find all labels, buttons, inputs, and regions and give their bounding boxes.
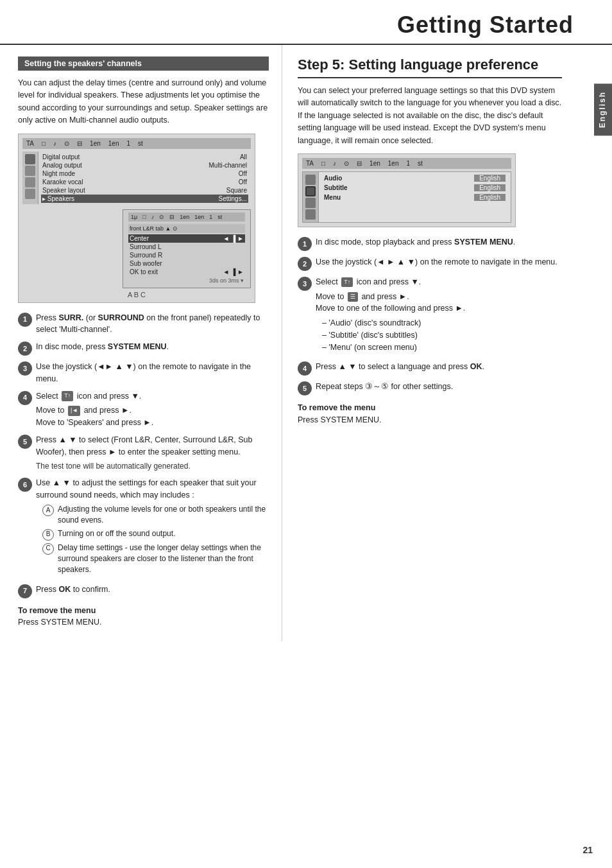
left-step-4: 4 Select T↑ icon and press ▼. Move to |◄… (18, 390, 269, 429)
page-title-bar: Getting Started (0, 0, 612, 45)
sub-top-label: front L&R tab ▲ ⊙ (128, 224, 245, 233)
right-step-3: 3 Select T↑ icon and press ▼. Move to ☰ … (298, 276, 562, 356)
val-1en-2: 1en (108, 140, 119, 147)
sub-item-a: A Adjusting the volume levels for one or… (42, 504, 269, 526)
left-steps-list: 1 Press SURR. (or SURROUND on the front … (18, 312, 269, 598)
language-tab: English (594, 83, 612, 135)
section-heading: Setting the speakers' channels (18, 56, 269, 71)
right-note: To remove the menu Press SYSTEM MENU. (298, 402, 562, 426)
icon-box: □ (42, 140, 46, 147)
left-step-7: 7 Press OK to confirm. (18, 584, 269, 598)
menu-left-icons (22, 152, 38, 204)
icon-grid: ⊟ (77, 140, 82, 147)
sub-menu-container: 1μ □ ♪ ⊙ ⊟ 1en 1en 1 st front L&R tab ▲ … (22, 207, 251, 288)
right-row-audio: Audio English (321, 173, 508, 183)
left-step-3: 3 Use the joystick (◄► ▲ ▼) on the remot… (18, 361, 269, 385)
left-column: Setting the speakers' channels You can a… (0, 45, 282, 641)
step5-title: Step 5: Setting language preference (298, 56, 562, 78)
right-note-title: To remove the menu (298, 402, 562, 414)
right-row-subtitle: Subtitle English (321, 183, 508, 193)
left-note-text: Press SYSTEM MENU. (18, 616, 269, 629)
menu-icon-right: ☰ (348, 292, 358, 302)
main-content: Setting the speakers' channels You can a… (0, 45, 612, 641)
right-left-icons (303, 172, 319, 222)
left-sub-items: A Adjusting the volume levels for one or… (42, 504, 269, 576)
left-note-title: To remove the menu (18, 605, 269, 617)
val-st: st (138, 140, 143, 147)
left-icon-2 (25, 166, 35, 176)
right-column: Step 5: Setting language preference You … (282, 45, 594, 641)
left-icon-3 (25, 177, 35, 187)
menu-rows: Digital output All Analog output Multi-c… (38, 152, 251, 204)
menu-top-bar: TA □ ♪ ⊙ ⊟ 1en 1en 1 st (22, 138, 251, 149)
menu-image-right: TA □ ♪ ⊙ ⊟ 1en 1en 1 st Au (298, 153, 516, 227)
menu-row-5-speakers: ▸ Speakers Settings... (41, 195, 248, 203)
right-icon-2-active (305, 186, 316, 196)
sub-bottom: 3ds on 3ms ▾ (128, 276, 245, 285)
menu-row-2: Night mode Off (41, 169, 248, 178)
right-step-5: 5 Repeat steps ③～⑤ for other settings. (298, 381, 562, 395)
menu-image-left: TA □ ♪ ⊙ ⊟ 1en 1en 1 st (18, 134, 255, 303)
left-step-5: 5 Press ▲ ▼ to select (Front L&R, Center… (18, 434, 269, 473)
left-icon-1 (25, 154, 35, 164)
right-icon-1 (305, 175, 316, 185)
left-step-6: 6 Use ▲ ▼ to adjust the settings for eac… (18, 477, 269, 578)
right-step-1: 1 In disc mode, stop playback and press … (298, 236, 562, 251)
icon-note: ♪ (53, 140, 56, 147)
menu-row-1: Analog output Multi-channel (41, 161, 248, 169)
right-steps-list: 1 In disc mode, stop playback and press … (298, 236, 562, 396)
right-menu-top-bar: TA □ ♪ ⊙ ⊟ 1en 1en 1 st (302, 158, 511, 169)
sub-row-center: Center◄ ▐ ► (128, 234, 245, 243)
sub-row-surroundr: Surround R (128, 251, 245, 259)
icon-ta: TA (26, 140, 34, 147)
speakers-sub-menu: 1μ □ ♪ ⊙ ⊟ 1en 1en 1 st front L&R tab ▲ … (123, 209, 251, 288)
ta-icon-right: T↑ (341, 277, 353, 288)
val-1: 1 (126, 140, 130, 147)
ta-icon: T↑ (62, 391, 73, 401)
prev-icon: |◄ (68, 406, 80, 416)
icon-circle: ⊙ (64, 140, 69, 147)
left-step-1: 1 Press SURR. (or SURROUND on the front … (18, 312, 269, 336)
right-step-4: 4 Press ▲ ▼ to select a language and pre… (298, 361, 562, 376)
right-menu-rows: Audio English Subtitle English Menu Engl… (319, 172, 511, 222)
menu-row-3: Karaoke vocal Off (41, 178, 248, 186)
sub-menu-top: 1μ □ ♪ ⊙ ⊟ 1en 1en 1 st (128, 213, 245, 221)
right-menu-body: Audio English Subtitle English Menu Engl… (302, 171, 511, 223)
right-step-2: 2 Use the joystick (◄ ► ▲ ▼) on the remo… (298, 256, 562, 271)
val-1en-1: 1en (90, 140, 101, 147)
sub-row-surroundl: Surround L (128, 243, 245, 251)
right-row-menu: Menu English (321, 193, 508, 202)
left-note: To remove the menu Press SYSTEM MENU. (18, 605, 269, 629)
abc-label: A B C (22, 291, 251, 299)
right-dash-list: 'Audio' (disc's soundtrack) 'Subtitle' (… (322, 317, 562, 353)
sub-item-b: B Turning on or off the sound output. (42, 528, 269, 541)
right-note-text: Press SYSTEM MENU. (298, 414, 562, 426)
menu-row-4: Speaker layout Square (41, 186, 248, 195)
right-icon-3 (305, 198, 316, 208)
right-icon-4 (305, 209, 316, 220)
page-title: Getting Started (0, 12, 574, 39)
left-icon-4 (25, 189, 35, 199)
menu-row-0: Digital output All (41, 153, 248, 161)
right-intro-text: You can select your preferred language s… (298, 85, 562, 147)
left-intro-text: You can adjust the delay times (centre a… (18, 77, 269, 127)
sub-row-ok: OK to exit◄ ▐ ► (128, 268, 245, 276)
sub-row-subwoofer: Sub woofer (128, 259, 245, 268)
page-number: 21 (582, 845, 593, 855)
left-step-2: 2 In disc mode, press SYSTEM MENU. (18, 341, 269, 356)
sub-item-c: C Delay time settings - use the longer d… (42, 542, 269, 576)
menu-main-area: Digital output All Analog output Multi-c… (22, 152, 251, 204)
